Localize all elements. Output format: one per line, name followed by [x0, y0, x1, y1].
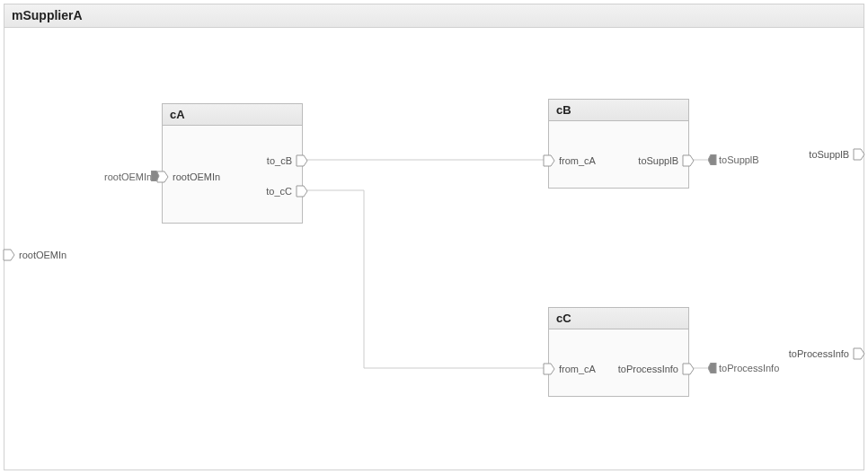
svg-marker-5 — [297, 186, 307, 197]
svg-marker-9 — [708, 154, 716, 165]
cB-in-from_cA[interactable]: from_cA — [543, 154, 596, 167]
frame-title: mSupplierA — [4, 4, 864, 28]
port-label: toSupplB — [638, 155, 678, 166]
block-cB[interactable]: cB from_cA toSupplB — [548, 99, 689, 189]
frame-in-rootOEMIn[interactable]: rootOEMIn — [3, 249, 66, 261]
ext-label-toSupplB: toSupplB — [719, 154, 759, 165]
svg-marker-7 — [544, 155, 554, 166]
stub-cA-in — [151, 171, 160, 181]
block-title: cB — [549, 100, 688, 121]
svg-marker-6 — [151, 171, 159, 181]
port-label: toProcessInfo — [789, 348, 849, 359]
stub-cB-out — [708, 154, 717, 165]
port-label: from_cA — [559, 155, 596, 166]
svg-marker-0 — [4, 250, 14, 260]
cA-out-to_cC[interactable]: to_cC — [266, 185, 308, 198]
ext-label-rootOEMIn: rootOEMIn — [104, 171, 152, 182]
frame-out-toSupplB[interactable]: toSupplB — [809, 148, 865, 161]
svg-marker-11 — [683, 364, 694, 374]
port-label: rootOEMIn — [19, 250, 66, 260]
port-label: toProcessInfo — [618, 364, 678, 374]
block-cA[interactable]: cA rootOEMIn to_cB to_cC — [162, 103, 303, 224]
port-label: to_cB — [267, 155, 292, 166]
port-label: from_cA — [559, 364, 596, 374]
svg-marker-12 — [708, 363, 716, 373]
port-label: toSupplB — [809, 149, 849, 160]
diagram-frame: mSupplierA rootOEMIn toSupplB toProcessI… — [4, 4, 864, 470]
cB-out-toSupplB[interactable]: toSupplB — [638, 154, 695, 167]
svg-marker-4 — [297, 155, 307, 166]
svg-marker-8 — [683, 155, 694, 166]
block-cC[interactable]: cC from_cA toProcessInfo — [548, 307, 689, 397]
ext-label-toProcessInfo: toProcessInfo — [719, 363, 779, 373]
wires-layer — [4, 4, 865, 471]
cC-in-from_cA[interactable]: from_cA — [543, 363, 596, 375]
port-label: to_cC — [266, 186, 292, 197]
block-title: cA — [163, 104, 302, 126]
cA-in-rootOEMIn[interactable]: rootOEMIn — [156, 171, 220, 183]
svg-marker-2 — [854, 348, 864, 359]
frame-out-toProcessInfo[interactable]: toProcessInfo — [789, 347, 865, 360]
port-label: rootOEMIn — [173, 171, 220, 182]
cC-out-toProcessInfo[interactable]: toProcessInfo — [618, 363, 695, 375]
svg-marker-1 — [854, 149, 864, 160]
block-title: cC — [549, 308, 688, 329]
stub-cC-out — [708, 363, 717, 373]
svg-marker-10 — [544, 364, 554, 374]
cA-out-to_cB[interactable]: to_cB — [267, 154, 308, 167]
